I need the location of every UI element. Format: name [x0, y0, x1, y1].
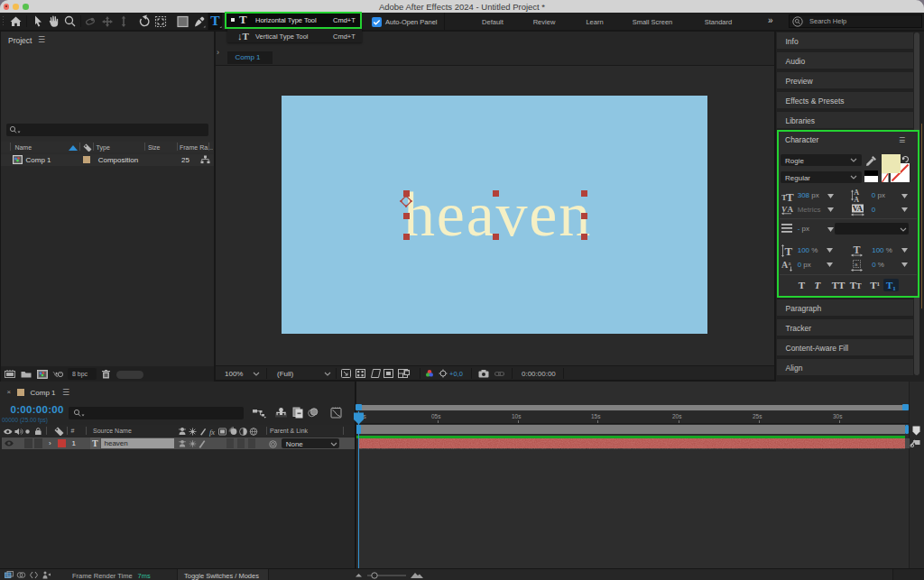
- svg-text:fx: fx: [209, 427, 215, 436]
- svg-text:T: T: [210, 13, 220, 28]
